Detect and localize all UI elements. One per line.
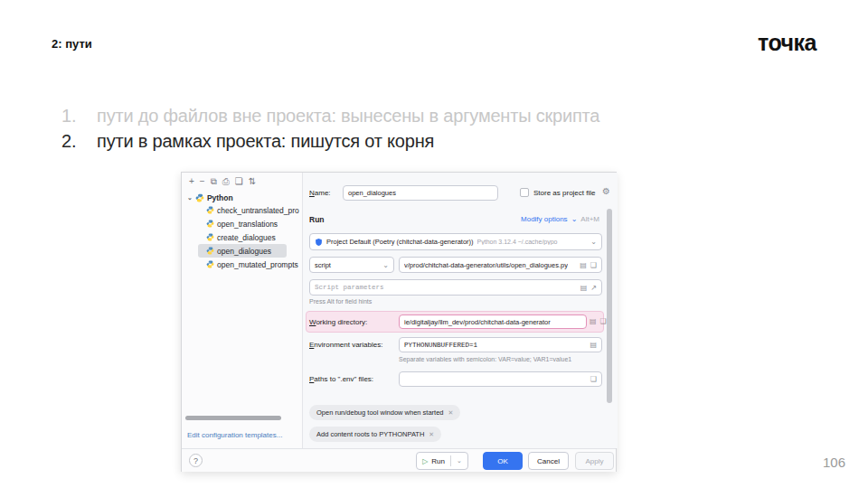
apply-button-label: Apply	[585, 457, 603, 465]
apply-button[interactable]: Apply	[575, 452, 614, 470]
store-as-project-file-checkbox[interactable]	[520, 188, 529, 197]
list-item: 1. пути до файлов вне проекта: вынесены …	[61, 103, 599, 128]
list-item-text: пути в рамках проекта: пишутся от корня	[97, 128, 434, 154]
tree-node-label: create_dialogues	[217, 233, 276, 242]
env-files-label: Paths to ".env" files:	[309, 375, 373, 383]
script-parameters-placeholder: Script parameters	[315, 284, 384, 291]
list-item-number: 2.	[61, 128, 97, 154]
python-icon	[206, 206, 214, 214]
run-config-dialog: + − ⧉ ⎙ ❏ ⇅ ⌄ Python check_untranslated_…	[181, 172, 617, 472]
environment-variables-value: PYTHONUNBUFFERED=1	[404, 342, 477, 349]
interpreter-select[interactable]: Project Default (Poetry (chitchat-data-g…	[309, 233, 602, 250]
tree-toolbar: + − ⧉ ⎙ ❏ ⇅	[189, 175, 256, 188]
browse-folder-icon[interactable]: ❏	[600, 317, 607, 325]
option-chip-label: Add content roots to PYTHONPATH	[316, 430, 424, 438]
tree-node-config-selected[interactable]: open_dialogues	[182, 244, 303, 258]
gear-icon[interactable]: ⚙	[602, 186, 610, 196]
chevron-down-icon: ⌄	[382, 261, 389, 269]
add-icon[interactable]: +	[189, 175, 194, 188]
copy-icon[interactable]: ⧉	[211, 175, 217, 188]
bullet-list: 1. пути до файлов вне проекта: вынесены …	[61, 103, 599, 154]
chevron-down-icon[interactable]: ⌄	[571, 215, 578, 223]
tree-node-python[interactable]: ⌄ Python	[182, 191, 303, 204]
option-chip: Add content roots to PYTHONPATH ✕	[309, 427, 441, 442]
field-hints-text: Press Alt for field hints	[309, 298, 372, 305]
tree-node-label: open_mutated_prompts	[217, 260, 298, 269]
browse-folder-icon[interactable]: ❏	[590, 375, 597, 383]
environment-variables-input[interactable]: PYTHONUNBUFFERED=1 ▤	[399, 337, 602, 352]
tochka-logo: точка	[758, 30, 816, 56]
modify-options-link[interactable]: Modify options	[521, 215, 568, 223]
run-button[interactable]: ▷ Run ⌄	[416, 452, 468, 470]
working-directory-label: Working directory:	[309, 318, 367, 326]
list-item: 2. пути в рамках проекта: пишутся от кор…	[61, 128, 599, 154]
close-icon[interactable]: ✕	[429, 431, 434, 438]
option-chip: Open run/debug tool window when started …	[309, 405, 460, 420]
environment-variables-hint: Separate variables with semicolon: VAR=v…	[399, 356, 571, 362]
ok-button[interactable]: OK	[483, 452, 523, 470]
ok-button-label: OK	[497, 457, 508, 465]
help-button[interactable]: ?	[189, 454, 203, 467]
cancel-button[interactable]: Cancel	[528, 452, 569, 470]
script-type-value: script	[315, 261, 331, 269]
script-parameters-input[interactable]: Script parameters ▤ ↗	[309, 279, 602, 296]
folder-icon[interactable]: ❏	[235, 175, 243, 188]
save-icon[interactable]: ⎙	[222, 175, 230, 188]
chevron-down-icon: ⌄	[590, 238, 597, 246]
expand-icon[interactable]: ↗	[590, 284, 597, 292]
option-chip-label: Open run/debug tool window when started	[316, 408, 444, 417]
name-value: open_dialogues	[348, 189, 396, 197]
help-label: ?	[193, 456, 198, 465]
insert-macro-icon[interactable]: ▤	[580, 261, 587, 269]
tree-node-config[interactable]: open_mutated_prompts	[182, 258, 303, 271]
tree-node-label: open_translations	[217, 220, 278, 229]
tree-node-config[interactable]: create_dialogues	[182, 230, 303, 244]
sort-icon[interactable]: ⇅	[249, 175, 256, 188]
tree-node-label: Python	[207, 193, 233, 202]
modify-options-shortcut: Alt+M	[580, 215, 599, 223]
working-directory-value: ie/digitaljay/llm_dev/prod/chitchat-data…	[404, 318, 551, 326]
close-icon[interactable]: ✕	[448, 409, 454, 417]
cancel-button-label: Cancel	[537, 457, 560, 465]
chevron-down-icon[interactable]: ⌄	[187, 194, 193, 202]
name-input[interactable]: open_dialogues	[343, 185, 498, 201]
run-section-label: Run	[309, 215, 325, 224]
edit-templates-link[interactable]: Edit configuration templates...	[187, 431, 282, 439]
environment-variables-label: Environment variables:	[309, 341, 382, 349]
name-label: Name:	[309, 189, 331, 197]
python-icon	[206, 220, 214, 228]
tree-node-config[interactable]: check_untranslated_pro	[182, 203, 303, 217]
script-path-input[interactable]: v/prod/chitchat-data-generator/utils/ope…	[399, 257, 602, 273]
python-icon	[206, 260, 214, 268]
tree-node-label: open_dialogues	[217, 247, 271, 256]
env-files-input[interactable]: ❏	[399, 371, 602, 387]
horizontal-scrollbar[interactable]	[185, 416, 281, 420]
browse-folder-icon[interactable]: ❏	[590, 261, 597, 269]
run-button-label: Run	[431, 457, 445, 465]
python-icon	[195, 193, 204, 202]
edit-variables-icon[interactable]: ▤	[590, 341, 597, 349]
list-item-number: 1.	[61, 103, 97, 128]
chevron-down-icon[interactable]: ⌄	[457, 457, 462, 465]
slide-title: 2: пути	[52, 37, 92, 51]
store-as-project-file-label: Store as project file	[533, 189, 595, 197]
interpreter-icon	[315, 238, 323, 247]
vertical-scrollbar[interactable]	[607, 209, 612, 403]
python-icon	[206, 247, 214, 255]
interpreter-path: Python 3.12.4 ~/.cache/pypo	[477, 239, 558, 245]
play-icon: ▷	[422, 457, 428, 465]
interpreter-value: Project Default (Poetry (chitchat-data-g…	[326, 238, 474, 246]
insert-macro-icon[interactable]: ▤	[580, 284, 588, 292]
script-path-value: v/prod/chitchat-data-generator/utils/ope…	[404, 261, 568, 269]
page-number: 106	[823, 455, 845, 470]
working-directory-icons: ▤ ❏	[590, 317, 607, 325]
working-directory-input[interactable]: ie/digitaljay/llm_dev/prod/chitchat-data…	[399, 314, 587, 329]
tree-node-config[interactable]: open_translations	[182, 217, 303, 230]
python-icon	[206, 233, 214, 241]
modify-options: Modify options ⌄ Alt+M	[521, 215, 599, 223]
button-divider	[450, 455, 451, 466]
tree-node-label: check_untranslated_pro	[217, 206, 299, 215]
script-type-select[interactable]: script ⌄	[309, 257, 394, 273]
insert-macro-icon[interactable]: ▤	[590, 317, 597, 325]
remove-icon[interactable]: −	[200, 175, 205, 188]
